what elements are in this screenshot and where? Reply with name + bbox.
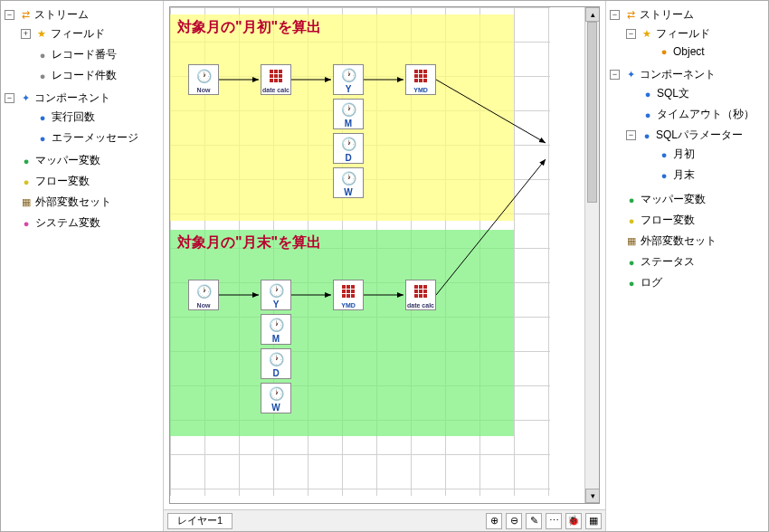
- node-d-2[interactable]: 🕐D: [261, 348, 291, 379]
- layer-tab[interactable]: レイヤー1: [167, 513, 233, 529]
- minus-icon: ⊖: [510, 515, 518, 527]
- plus-icon: ⊕: [490, 515, 498, 527]
- clock-icon: 🕐: [334, 134, 363, 154]
- tree-object[interactable]: ●Object: [641, 44, 766, 59]
- scrollbar-vertical[interactable]: ▴ ▾: [584, 7, 599, 503]
- node-datecalc-2[interactable]: date calc: [405, 280, 436, 310]
- node-d[interactable]: 🕐D: [333, 133, 364, 164]
- zoom-in-button[interactable]: ⊕: [486, 513, 502, 529]
- tree-sql-text[interactable]: ●SQL文: [624, 85, 766, 102]
- clock-icon: 🕐: [189, 66, 218, 86]
- tree-status[interactable]: ●ステータス: [608, 253, 766, 271]
- right-tree-panel: − ⇄ ストリーム − ★ フィールド ●Object: [605, 1, 768, 531]
- tree-mapper-var-r[interactable]: ●マッパー変数: [608, 191, 766, 208]
- tree-label: フィールド: [656, 26, 710, 42]
- link-button[interactable]: ⋯: [546, 513, 562, 529]
- calendar-icon: [406, 281, 435, 301]
- grid-button[interactable]: ▦: [585, 513, 602, 529]
- collapse-icon[interactable]: −: [5, 93, 14, 103]
- collapse-icon[interactable]: −: [626, 29, 636, 39]
- field-icon: ★: [35, 28, 48, 41]
- tree-component-r[interactable]: − ✦ コンポーネント: [608, 66, 766, 83]
- tree-stream[interactable]: − ⇄ ストリーム: [3, 6, 161, 24]
- bug-icon: 🐞: [567, 515, 580, 527]
- set-icon: ▦: [20, 196, 33, 209]
- ball-icon: ●: [36, 111, 49, 124]
- tree-log[interactable]: ●ログ: [608, 274, 766, 291]
- tree-label: コンポーネント: [34, 90, 110, 106]
- tree-timeout[interactable]: ●タイムアウト（秒）: [624, 106, 766, 123]
- edit-button[interactable]: ✎: [526, 513, 542, 529]
- node-now[interactable]: 🕐Now: [188, 64, 219, 95]
- scroll-down-icon[interactable]: ▾: [585, 489, 600, 503]
- tree-component[interactable]: − ✦ コンポーネント: [3, 90, 161, 107]
- node-ymd[interactable]: YMD: [405, 64, 436, 95]
- node-ymd-2[interactable]: YMD: [333, 280, 364, 310]
- clock-icon: 🕐: [189, 281, 218, 301]
- tree-field-r[interactable]: − ★ フィールド: [624, 25, 766, 43]
- tree-label: システム変数: [35, 215, 100, 231]
- node-w-2[interactable]: 🕐W: [261, 383, 291, 413]
- tree-label: Object: [673, 45, 705, 58]
- clock-icon: 🕐: [261, 315, 290, 335]
- tree-label: レコード件数: [52, 68, 117, 83]
- canvas-scroll[interactable]: 対象月の"月初"を算出 対象月の"月末"を算出: [169, 6, 600, 504]
- bug-button[interactable]: 🐞: [565, 513, 582, 529]
- node-m[interactable]: 🕐M: [333, 99, 364, 129]
- ball-icon: ●: [625, 256, 638, 269]
- expand-icon[interactable]: +: [21, 29, 31, 39]
- ball-icon: ●: [658, 148, 670, 161]
- tree-sql-param[interactable]: − ● SQLパラメーター: [624, 127, 766, 144]
- region-title: 対象月の"月末"を算出: [170, 230, 514, 256]
- tree-label: フロー変数: [35, 174, 90, 189]
- tree-record-count[interactable]: ● レコード件数: [19, 67, 161, 84]
- calendar-icon: [406, 66, 435, 86]
- tree-label: エラーメッセージ: [52, 130, 138, 146]
- tree-exec-count[interactable]: ● 実行回数: [19, 109, 161, 126]
- tree-record-no[interactable]: ● レコード番号: [19, 46, 161, 63]
- stream-icon: ⇄: [624, 9, 637, 22]
- collapse-icon[interactable]: −: [5, 10, 14, 20]
- tree-month-start[interactable]: ●月初: [641, 146, 766, 163]
- collapse-icon[interactable]: −: [626, 130, 636, 140]
- collapse-icon[interactable]: −: [610, 10, 620, 20]
- stream-icon: ⇄: [19, 9, 32, 22]
- tree-label: 月初: [673, 147, 695, 162]
- ball-icon: ●: [658, 169, 670, 182]
- node-now-2[interactable]: 🕐Now: [188, 280, 219, 310]
- node-m-2[interactable]: 🕐M: [261, 314, 291, 345]
- tree-flow-var-r[interactable]: ●フロー変数: [608, 212, 766, 229]
- region-month-end: 対象月の"月末"を算出: [170, 230, 514, 436]
- tree-ext-var-set-r[interactable]: ▦外部変数セット: [608, 233, 766, 250]
- tree-ext-var-set[interactable]: ▦外部変数セット: [3, 194, 161, 211]
- scroll-up-icon[interactable]: ▴: [585, 7, 600, 22]
- clock-icon: 🕐: [261, 349, 290, 369]
- node-w[interactable]: 🕐W: [333, 167, 364, 198]
- collapse-icon[interactable]: −: [610, 70, 620, 80]
- tree-error-msg[interactable]: ● エラーメッセージ: [19, 129, 161, 147]
- tree-field[interactable]: + ★ フィールド: [19, 25, 161, 43]
- tree-flow-var[interactable]: ●フロー変数: [3, 173, 161, 190]
- clock-icon: 🕐: [261, 280, 290, 300]
- zoom-out-button[interactable]: ⊖: [506, 513, 522, 529]
- ball-icon: ●: [625, 277, 638, 290]
- tree-mapper-var[interactable]: ●マッパー変数: [3, 152, 161, 169]
- canvas[interactable]: 対象月の"月初"を算出 対象月の"月末"を算出: [170, 7, 550, 496]
- node-y[interactable]: 🕐Y: [333, 64, 364, 95]
- tree-stream-r[interactable]: − ⇄ ストリーム: [608, 6, 766, 24]
- canvas-panel: 対象月の"月初"を算出 対象月の"月末"を算出: [164, 1, 605, 531]
- tree-label: ログ: [641, 275, 662, 290]
- tree-label: フロー変数: [641, 213, 695, 228]
- tree-system-var[interactable]: ●システム変数: [3, 214, 161, 232]
- node-datecalc[interactable]: date calc: [261, 64, 291, 95]
- region-title: 対象月の"月初"を算出: [170, 14, 514, 41]
- ball-icon: ●: [20, 217, 33, 230]
- ball-icon: ●: [641, 88, 654, 100]
- scroll-thumb[interactable]: [587, 22, 597, 203]
- tree-label: ストリーム: [34, 7, 89, 23]
- node-y-2[interactable]: 🕐Y: [261, 280, 291, 310]
- calendar-icon: [261, 66, 290, 86]
- tree-label: マッパー変数: [641, 192, 706, 207]
- tree-month-end[interactable]: ●月末: [641, 166, 766, 184]
- set-icon: ▦: [625, 235, 638, 248]
